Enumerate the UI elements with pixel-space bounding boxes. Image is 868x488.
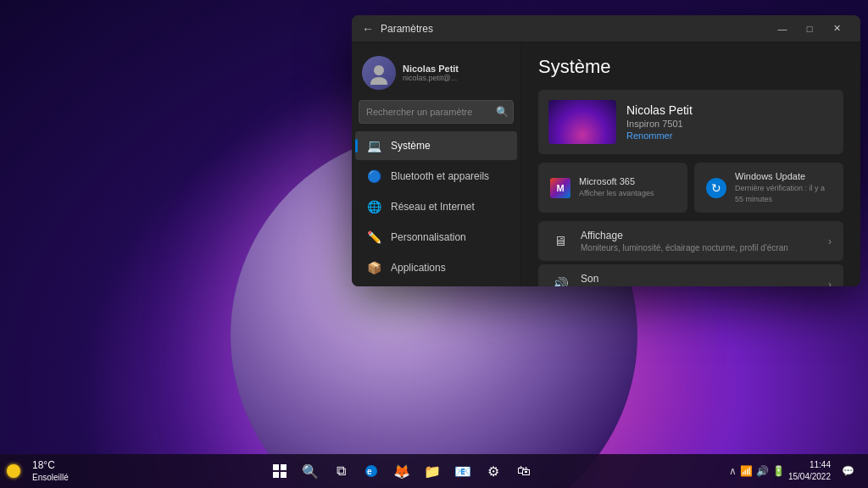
taskbar-weather[interactable]: 18°C Ensoleillé: [25, 459, 75, 484]
system-icon: 💻: [365, 137, 382, 154]
wu-logo: ↻: [706, 178, 726, 198]
affichage-row[interactable]: 🖥 Affichage Moniteurs, luminosité, éclai…: [538, 221, 843, 261]
sidebar-item-systeme[interactable]: 💻 Système: [355, 131, 517, 160]
close-button[interactable]: ✕: [823, 15, 850, 42]
svg-rect-5: [281, 472, 287, 478]
user-info: Nicolas Petit nicolas.petit@...: [403, 64, 459, 82]
system-preview: [548, 100, 616, 144]
avatar: [362, 56, 396, 90]
start-button[interactable]: [266, 458, 293, 485]
user-name: Nicolas Petit: [403, 64, 459, 74]
sidebar-item-comptes[interactable]: 👤 Comptes: [355, 284, 517, 286]
back-button[interactable]: ←: [362, 22, 374, 36]
clock-date: 15/04/2022: [788, 471, 831, 483]
ms365-card[interactable]: M Microsoft 365 Afficher les avantages: [538, 163, 687, 213]
settings-content: Nicolas Petit nicolas.petit@... 🔍 💻 Syst…: [352, 42, 860, 286]
windows-update-card[interactable]: ↻ Windows Update Dernière vérification :…: [694, 163, 843, 213]
svg-rect-4: [273, 472, 279, 478]
ms365-title: Microsoft 365: [579, 176, 654, 186]
title-bar: ← Paramètres — □ ✕: [352, 15, 860, 42]
search-input[interactable]: [359, 100, 514, 124]
weather-condition: Ensoleillé: [32, 472, 69, 483]
sidebar: Nicolas Petit nicolas.petit@... 🔍 💻 Syst…: [352, 42, 521, 286]
sidebar-item-label: Réseau et Internet: [391, 201, 475, 213]
taskbar-center: 🔍 ⧉ e 🦊 📁 📧 ⚙ 🛍: [82, 458, 722, 485]
minimize-button[interactable]: —: [769, 15, 796, 42]
affichage-sub: Moniteurs, luminosité, éclairage nocturn…: [581, 243, 818, 252]
taskbar-clock[interactable]: 11:44 15/04/2022: [788, 459, 831, 483]
main-content: Système Nicolas Petit Inspiron 7501 Reno…: [521, 42, 860, 286]
affichage-icon: 🖥: [550, 231, 570, 252]
page-title: Système: [538, 56, 843, 78]
personalize-icon: ✏️: [365, 229, 382, 246]
sidebar-item-bluetooth[interactable]: 🔵 Bluetooth et appareils: [355, 162, 517, 191]
affichage-title: Affichage: [581, 230, 818, 241]
svg-rect-2: [273, 464, 279, 470]
search-button[interactable]: 🔍: [297, 458, 324, 485]
maximize-button[interactable]: □: [796, 15, 823, 42]
search-box: 🔍: [359, 100, 514, 124]
ms365-info: Microsoft 365 Afficher les avantages: [579, 176, 654, 199]
bluetooth-icon: 🔵: [365, 168, 382, 185]
weather-sun-icon: [7, 464, 20, 478]
clock-time: 11:44: [810, 459, 831, 471]
taskbar-right: ∧ 📶 🔊 🔋 11:44 15/04/2022 💬: [722, 458, 868, 485]
sidebar-item-personnalisation[interactable]: ✏️ Personnalisation: [355, 223, 517, 252]
svg-rect-3: [281, 464, 287, 470]
affichage-arrow: ›: [828, 236, 832, 247]
system-info: Nicolas Petit Inspiron 7501 Renommer: [626, 103, 833, 141]
network-icon: 🌐: [365, 198, 382, 215]
son-icon: 🔊: [550, 274, 570, 286]
svg-text:e: e: [367, 467, 372, 476]
wu-sub: Dernière vérification : il y a 55 minute…: [735, 183, 833, 204]
son-row[interactable]: 🔊 Son Niveaux de volume, sortie, entrée,…: [538, 264, 843, 286]
sidebar-item-label: Applications: [391, 262, 446, 274]
sidebar-item-reseau[interactable]: 🌐 Réseau et Internet: [355, 192, 517, 221]
settings-window: ← Paramètres — □ ✕ Nicolas Petit nicola: [352, 15, 860, 286]
ms365-logo: M: [550, 178, 570, 198]
affichage-info: Affichage Moniteurs, luminosité, éclaira…: [581, 230, 818, 252]
system-tray: ∧ 📶 🔊 🔋: [729, 465, 785, 477]
system-device: Inspiron 7501: [626, 119, 833, 129]
explorer-button[interactable]: 📁: [419, 458, 446, 485]
son-title: Son: [581, 273, 818, 285]
wu-info: Windows Update Dernière vérification : i…: [735, 171, 833, 204]
system-card: Nicolas Petit Inspiron 7501 Renommer: [538, 90, 843, 154]
user-profile[interactable]: Nicolas Petit nicolas.petit@...: [352, 53, 520, 100]
network-tray-icon[interactable]: 📶: [740, 465, 753, 477]
sidebar-item-label: Système: [391, 140, 431, 152]
firefox-button[interactable]: 🦊: [388, 458, 415, 485]
windows-update-icon: ↻: [704, 176, 728, 200]
volume-tray-icon[interactable]: 🔊: [756, 465, 769, 477]
taskview-button[interactable]: ⧉: [327, 458, 354, 485]
ms365-sub: Afficher les avantages: [579, 188, 654, 199]
window-title: Paramètres: [381, 23, 769, 35]
apps-icon: 📦: [365, 259, 382, 276]
taskbar-left: 18°C Ensoleillé: [0, 459, 82, 484]
window-controls: — □ ✕: [769, 15, 850, 42]
edge-button[interactable]: e: [358, 458, 385, 485]
weather-temp: 18°C: [32, 459, 69, 473]
system-username: Nicolas Petit: [626, 103, 833, 117]
battery-tray-icon[interactable]: 🔋: [772, 465, 785, 477]
svg-point-1: [370, 77, 387, 85]
sidebar-item-label: Personnalisation: [391, 231, 466, 243]
search-icon: 🔍: [496, 106, 509, 118]
ms365-icon: M: [548, 176, 572, 200]
son-info: Son Niveaux de volume, sortie, entrée, p…: [581, 273, 818, 286]
taskbar: 18°C Ensoleillé 🔍 ⧉ e 🦊 📁 📧 ⚙ 🛍 ∧ 📶: [0, 454, 868, 488]
rename-button[interactable]: Renommer: [626, 130, 833, 141]
wu-title: Windows Update: [735, 171, 833, 181]
tray-arrow[interactable]: ∧: [729, 465, 737, 477]
notification-button[interactable]: 💬: [834, 458, 861, 485]
son-arrow: ›: [828, 279, 832, 286]
settings-button[interactable]: ⚙: [480, 458, 507, 485]
user-email: nicolas.petit@...: [403, 74, 459, 82]
quick-links: M Microsoft 365 Afficher les avantages ↻…: [538, 163, 843, 213]
sidebar-item-label: Bluetooth et appareils: [391, 170, 489, 182]
store-button[interactable]: 🛍: [510, 458, 537, 485]
mail-button[interactable]: 📧: [449, 458, 476, 485]
svg-point-0: [374, 65, 384, 75]
sidebar-item-applications[interactable]: 📦 Applications: [355, 253, 517, 282]
